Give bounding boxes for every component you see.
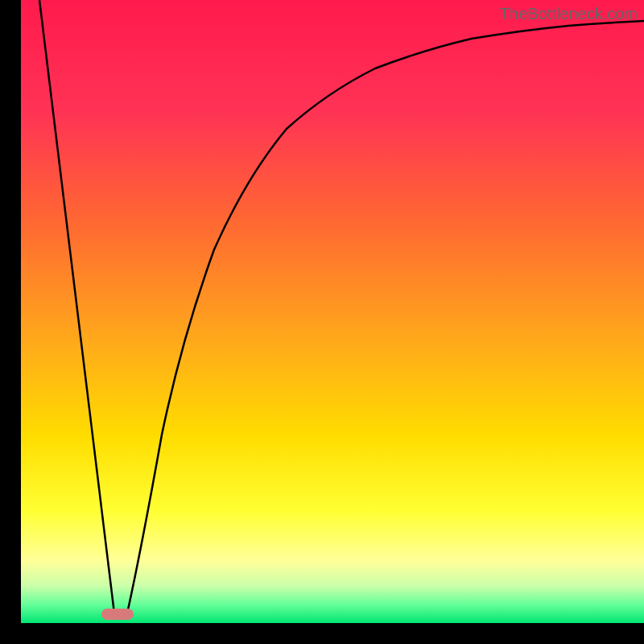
chart-container: TheBottleneck.com [21,0,644,623]
watermark-text: TheBottleneck.com [500,5,638,23]
low-point-marker [101,609,134,620]
chart-lines [21,0,644,623]
descending-line [39,0,114,613]
ascending-curve [127,21,644,613]
